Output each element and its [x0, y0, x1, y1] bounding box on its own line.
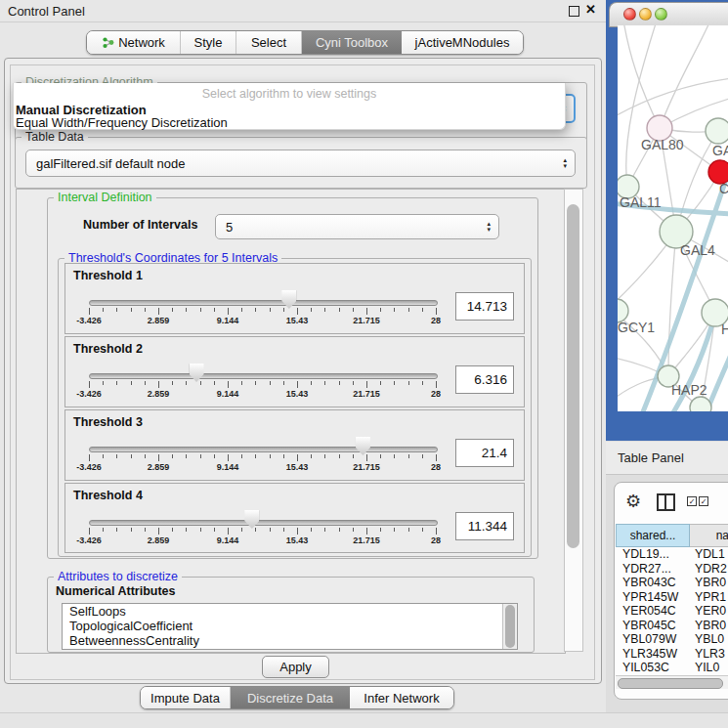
table-row[interactable]: YLR345WYLR3: [616, 647, 728, 662]
threshold-1-value-field[interactable]: 14.713: [455, 292, 514, 321]
slider-tick: [89, 528, 90, 535]
slider-tick-label: 15.43: [286, 535, 309, 545]
network-window-titlebar[interactable]: [609, 2, 728, 27]
slider-tick-label: 2.859: [148, 462, 170, 472]
tab-jactivemnodules[interactable]: jActiveMNodules: [402, 31, 523, 54]
slider-tick: [339, 308, 340, 312]
slider-tick: [241, 381, 242, 385]
cell-name[interactable]: YDR2: [690, 562, 728, 577]
group-attributes-label: Attributes to discretize: [54, 570, 182, 583]
attribute-item[interactable]: SelfLoops: [63, 604, 517, 619]
tab-discretize-data[interactable]: Discretize Data: [231, 687, 350, 708]
cell-shared-name[interactable]: YER054C: [616, 604, 690, 619]
apply-button[interactable]: Apply: [262, 656, 329, 678]
numerical-attributes-list[interactable]: SelfLoopsTopologicalCoefficientBetweenne…: [62, 603, 518, 650]
slider-tick: [324, 454, 325, 458]
number-of-intervals-combobox[interactable]: 5 ▴▾: [215, 214, 499, 239]
close-icon[interactable]: ✕: [585, 2, 596, 17]
table-row[interactable]: YER054CYER0: [616, 604, 728, 619]
tab-cyni-toolbox[interactable]: Cyni Toolbox: [302, 31, 402, 54]
scrollbar-thumb[interactable]: [505, 605, 515, 648]
table-row[interactable]: YBR043CYBR0: [616, 576, 728, 590]
tab-select[interactable]: Select: [236, 31, 302, 54]
cell-name[interactable]: YBL0: [690, 632, 728, 647]
scrollbar-thumb[interactable]: [567, 204, 579, 548]
threshold-4-slider-thumb[interactable]: [244, 510, 259, 529]
float-window-icon[interactable]: [569, 6, 579, 17]
cell-name[interactable]: YPR1: [690, 590, 728, 605]
cell-name[interactable]: YIL0: [690, 661, 728, 675]
cell-name[interactable]: YBR0: [690, 576, 728, 590]
cell-shared-name[interactable]: YDR27...: [616, 562, 690, 577]
table-data-combobox[interactable]: galFiltered.sif default node ▴▾: [25, 150, 576, 177]
attribute-item[interactable]: TopologicalCoefficient: [63, 619, 517, 633]
table-row[interactable]: YPR145WYPR1: [616, 590, 728, 605]
checkbox-icon[interactable]: ✓: [699, 496, 708, 506]
threshold-1-slider-thumb[interactable]: [281, 290, 296, 309]
table-row[interactable]: YIL053CYIL0: [616, 661, 728, 675]
slider-tick-label: 9.144: [217, 535, 239, 545]
node-bottom[interactable]: [690, 397, 711, 411]
cell-shared-name[interactable]: YBR045C: [616, 619, 690, 633]
cell-name[interactable]: YER0: [690, 604, 728, 619]
threshold-3-value-field[interactable]: 21.4: [455, 439, 514, 467]
cell-shared-name[interactable]: YPR145W: [616, 590, 690, 605]
column-header-name[interactable]: na: [690, 524, 728, 547]
threshold-3-slider-track[interactable]: [89, 447, 438, 452]
slider-ticks: [89, 308, 436, 316]
slider-tick: [366, 381, 367, 388]
table-row[interactable]: YBR045CYBR0: [616, 619, 728, 633]
slider-tick: [311, 381, 312, 385]
slider-tick: [353, 528, 354, 532]
cell-name[interactable]: YBR0: [690, 619, 728, 633]
columns-icon[interactable]: [657, 493, 675, 511]
gear-icon[interactable]: ⚙: [625, 491, 641, 512]
slider-tick: [172, 454, 173, 458]
tab-impute-data[interactable]: Impute Data: [141, 687, 231, 708]
slider-tick: [116, 528, 117, 532]
scrollbar-thumb[interactable]: [618, 678, 723, 689]
tab-infer-network[interactable]: Infer Network: [350, 687, 453, 708]
cell-shared-name[interactable]: YIL053C: [616, 661, 690, 675]
column-header-shared-name[interactable]: shared...: [616, 524, 690, 547]
network-canvas[interactable]: GAL80 GA C GAL11 GAL4 GCY1 H HAP2: [618, 25, 728, 411]
slider-tick: [131, 381, 132, 385]
checkbox-icon[interactable]: ✓: [687, 496, 697, 506]
threshold-2-value-field[interactable]: 6.316: [455, 365, 514, 394]
slider-tick: [89, 381, 90, 388]
tab-style[interactable]: Style: [181, 31, 236, 54]
cell-name[interactable]: YLR3: [690, 647, 728, 662]
close-traffic-light[interactable]: [623, 8, 636, 21]
tab-network[interactable]: Network: [87, 31, 181, 54]
slider-tick: [158, 454, 159, 461]
cell-name[interactable]: YDL1: [690, 547, 728, 562]
table-horizontal-scrollbar[interactable]: [616, 675, 728, 689]
slider-tick: [394, 454, 395, 458]
threshold-2-slider-track[interactable]: [89, 373, 438, 379]
threshold-1-slider-track[interactable]: [89, 300, 438, 306]
cell-shared-name[interactable]: YBL079W: [616, 632, 690, 647]
cell-shared-name[interactable]: YBR043C: [616, 576, 690, 590]
table-rows: YDL19...YDL1YDR27...YDR2YBR043CYBR0YPR14…: [616, 547, 728, 675]
slider-tick: [311, 528, 312, 532]
threshold-4-value-field[interactable]: 11.344: [455, 512, 514, 540]
network-nodes[interactable]: [618, 115, 728, 411]
slider-tick: [255, 454, 256, 458]
slider-tick: [186, 381, 187, 385]
minimize-traffic-light[interactable]: [639, 8, 652, 21]
threshold-2-slider-thumb[interactable]: [190, 364, 204, 382]
cell-shared-name[interactable]: YDL19...: [616, 547, 690, 562]
attributes-scrollbar[interactable]: [502, 604, 517, 649]
attribute-item[interactable]: BetweennessCentrality: [63, 633, 517, 648]
threshold-3-slider-thumb[interactable]: [356, 437, 370, 455]
zoom-traffic-light[interactable]: [655, 8, 667, 21]
table-header-row: shared... na: [616, 524, 728, 547]
settings-vertical-scrollbar[interactable]: [564, 189, 583, 652]
table-row[interactable]: YDL19...YDL1: [616, 547, 728, 562]
cell-shared-name[interactable]: YLR345W: [616, 647, 690, 662]
table-row[interactable]: YDR27...YDR2: [616, 562, 728, 577]
threshold-4-slider-track[interactable]: [89, 520, 438, 526]
algorithm-option-equal-width[interactable]: Equal Width/Frequency Discretization: [14, 116, 565, 129]
node-green[interactable]: [706, 118, 728, 144]
table-row[interactable]: YBL079WYBL0: [616, 632, 728, 647]
